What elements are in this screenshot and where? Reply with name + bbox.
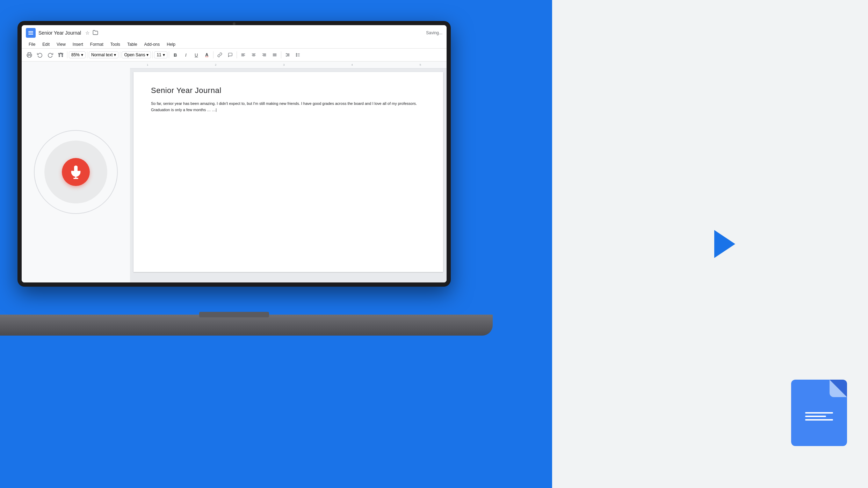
- svg-rect-0: [28, 55, 31, 57]
- menu-help[interactable]: Help: [164, 41, 178, 48]
- star-icon[interactable]: ☆: [85, 30, 90, 36]
- arrow-right-icon: [714, 230, 735, 258]
- align-center-button[interactable]: [249, 50, 259, 60]
- font-dropdown[interactable]: Open Sans ▾: [122, 51, 151, 58]
- zoom-value: 85%: [71, 52, 80, 57]
- separator-7: [237, 51, 237, 58]
- doc-page: Senior Year Journal So far, senior year …: [133, 72, 443, 272]
- logo-lines: [28, 31, 33, 35]
- list-button[interactable]: [293, 50, 303, 60]
- ruler-marks: 1 2 3 4 5: [133, 63, 437, 66]
- document-area: 1 2 3 4 5 Senior Year Journal So far, se…: [130, 62, 447, 282]
- undo-button[interactable]: [35, 50, 45, 60]
- underline-button[interactable]: U: [191, 50, 201, 60]
- menu-file[interactable]: File: [26, 41, 38, 48]
- laptop-hinge: [199, 312, 269, 317]
- print-button[interactable]: [24, 50, 34, 60]
- separator-4: [152, 51, 153, 58]
- separator-8: [281, 51, 281, 58]
- align-right-button[interactable]: [259, 50, 269, 60]
- document-title[interactable]: Senior Year Journal: [38, 30, 81, 36]
- menu-edit[interactable]: Edit: [39, 41, 52, 48]
- laptop-camera: [233, 22, 236, 25]
- redo-button[interactable]: [45, 50, 55, 60]
- logo-line-1: [28, 31, 33, 32]
- gdocs-icon-line-2: [805, 416, 826, 417]
- separator-1: [67, 51, 67, 58]
- doc-scroll-area[interactable]: Senior Year Journal So far, senior year …: [130, 69, 447, 282]
- svg-point-24: [296, 53, 297, 54]
- voice-panel: [22, 62, 130, 282]
- laptop-screen-inner: Senior Year Journal ☆ Saving... File: [22, 25, 447, 282]
- align-justify-button[interactable]: [270, 50, 280, 60]
- comment-button[interactable]: [225, 50, 235, 60]
- microphone-icon: [69, 165, 83, 179]
- font-size-arrow-icon: ▾: [163, 52, 165, 57]
- main-content: 1 2 3 4 5 Senior Year Journal So far, se…: [22, 62, 447, 282]
- menu-tools[interactable]: Tools: [108, 41, 123, 48]
- gdocs-icon-line-3: [805, 419, 833, 421]
- gdocs-icon-fold: [830, 380, 847, 397]
- logo-line-2: [28, 33, 33, 33]
- laptop-screen-frame: Senior Year Journal ☆ Saving... File: [17, 21, 451, 287]
- title-bar: Senior Year Journal ☆ Saving...: [22, 25, 447, 41]
- font-size-dropdown[interactable]: 11 ▾: [154, 51, 167, 58]
- doc-title: Senior Year Journal: [151, 86, 426, 95]
- voice-circle-outer: [34, 130, 118, 214]
- voice-circle-middle: [44, 141, 107, 203]
- svg-point-25: [296, 55, 297, 55]
- font-size-value: 11: [157, 52, 161, 57]
- menu-insert[interactable]: Insert: [70, 41, 86, 48]
- menu-format[interactable]: Format: [87, 41, 106, 48]
- gdocs-icon-lines: [805, 412, 833, 421]
- text-color-button[interactable]: A: [202, 50, 212, 60]
- doc-body[interactable]: So far, senior year has been amazing. I …: [151, 101, 426, 113]
- link-button[interactable]: [215, 50, 225, 60]
- separator-3: [120, 51, 120, 58]
- ruler: 1 2 3 4 5: [130, 62, 447, 69]
- style-arrow-icon: ▾: [114, 52, 116, 57]
- laptop-base: [0, 315, 493, 336]
- gdocs-icon-container: [791, 380, 847, 446]
- bold-button[interactable]: B: [171, 50, 180, 60]
- gdocs-icon-line-1: [805, 412, 833, 414]
- font-arrow-icon: ▾: [146, 52, 149, 57]
- toolbar: 85% ▾ Normal text ▾ Open Sans ▾: [22, 48, 447, 61]
- menu-addons[interactable]: Add-ons: [142, 41, 163, 48]
- zoom-arrow-icon: ▾: [81, 52, 83, 57]
- separator-5: [169, 51, 169, 58]
- italic-button[interactable]: I: [181, 50, 191, 60]
- svg-point-26: [296, 56, 297, 57]
- gdocs-header: Senior Year Journal ☆ Saving... File: [22, 25, 447, 62]
- logo-line-3: [28, 34, 33, 35]
- align-left-button[interactable]: [238, 50, 248, 60]
- format-painter-button[interactable]: [56, 50, 66, 60]
- arrow-container: [714, 230, 735, 258]
- saving-status: Saving...: [426, 30, 442, 35]
- microphone-button[interactable]: [62, 158, 90, 186]
- gdocs-app-icon[interactable]: [791, 380, 847, 446]
- zoom-dropdown[interactable]: 85% ▾: [69, 51, 86, 58]
- font-value: Open Sans: [124, 52, 145, 57]
- style-value: Normal text: [91, 52, 113, 57]
- folder-icon[interactable]: [93, 30, 98, 36]
- laptop: Senior Year Journal ☆ Saving... File: [17, 21, 552, 336]
- style-dropdown[interactable]: Normal text ▾: [89, 51, 118, 58]
- menu-bar: File Edit View Insert Format Tools Table…: [22, 41, 447, 48]
- gdocs-logo-icon: [26, 28, 36, 38]
- menu-view[interactable]: View: [54, 41, 68, 48]
- menu-table[interactable]: Table: [124, 41, 140, 48]
- separator-6: [213, 51, 214, 58]
- line-spacing-button[interactable]: [283, 50, 292, 60]
- separator-2: [87, 51, 87, 58]
